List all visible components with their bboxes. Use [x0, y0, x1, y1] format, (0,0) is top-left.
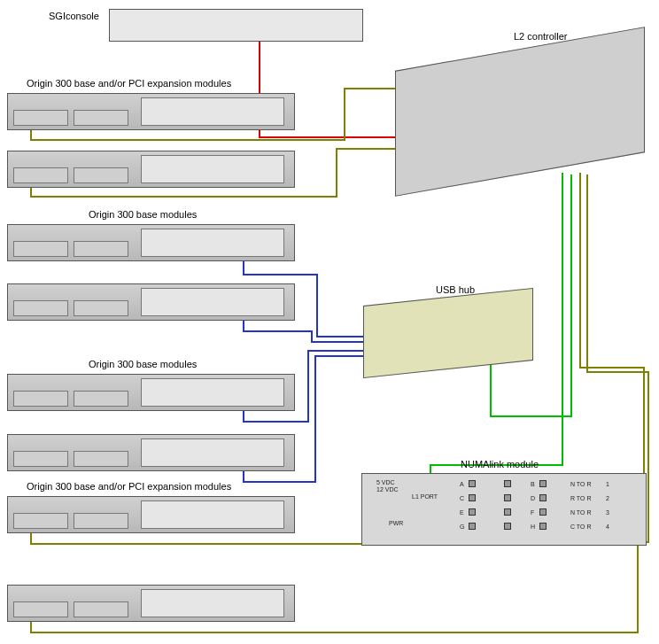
- numalink-l1port: L1 PORT: [412, 493, 438, 500]
- device-origin300-module-8: [7, 585, 295, 622]
- device-numalink-module: 5 VDC 12 VDC L1 PORT PWR ABN TO R1CDR TO…: [361, 473, 647, 546]
- numalink-ntor-3: N TO R: [570, 509, 591, 516]
- label-usbhub: USB hub: [436, 284, 475, 295]
- device-origin300-module-4: [7, 283, 295, 321]
- device-sgiconsole: [109, 9, 363, 42]
- numalink-ntor-4: C TO R: [570, 524, 591, 530]
- numalink-port-A: A: [460, 481, 464, 487]
- numalink-idx-3: 3: [606, 509, 609, 516]
- numalink-idx-1: 1: [606, 481, 609, 487]
- label-sgiconsole: SGIconsole: [49, 11, 99, 21]
- numalink-port-C: C: [460, 495, 464, 501]
- device-origin300-module-6: [7, 434, 295, 471]
- diagram-stage: { "labels": { "sgiconsole": "SGIconsole"…: [0, 0, 659, 644]
- label-numalink: NUMAlink module: [461, 459, 539, 469]
- device-origin300-module-2: [7, 151, 295, 188]
- numalink-pwr: PWR: [389, 520, 403, 526]
- device-origin300-module-1: [7, 93, 295, 130]
- numalink-port-D: D: [531, 495, 535, 501]
- numalink-pwr-12v: 12 VDC: [376, 486, 399, 493]
- label-group-mid2: Origin 300 base modules: [89, 359, 197, 369]
- numalink-port-E: E: [460, 509, 464, 516]
- wire-12: [244, 319, 363, 342]
- numalink-port-F: F: [531, 509, 534, 516]
- numalink-ntor-2: R TO R: [570, 495, 591, 501]
- label-l2: L2 controller: [514, 31, 568, 42]
- numalink-idx-4: 4: [606, 524, 609, 530]
- numalink-pwr-5v: 5 VDC: [376, 479, 395, 485]
- numalink-port-G: G: [460, 524, 464, 530]
- numalink-port-B: B: [531, 481, 535, 487]
- label-group-bot: Origin 300 base and/or PCI expansion mod…: [27, 481, 231, 492]
- numalink-idx-2: 2: [606, 495, 609, 501]
- device-origin300-module-5: [7, 374, 295, 411]
- numalink-ntor-1: N TO R: [570, 481, 591, 487]
- numalink-port-H: H: [531, 524, 535, 530]
- device-origin300-module-3: [7, 224, 295, 261]
- label-group-top: Origin 300 base and/or PCI expansion mod…: [27, 78, 231, 89]
- label-group-mid1: Origin 300 base modules: [89, 209, 197, 220]
- device-origin300-module-7: [7, 496, 295, 533]
